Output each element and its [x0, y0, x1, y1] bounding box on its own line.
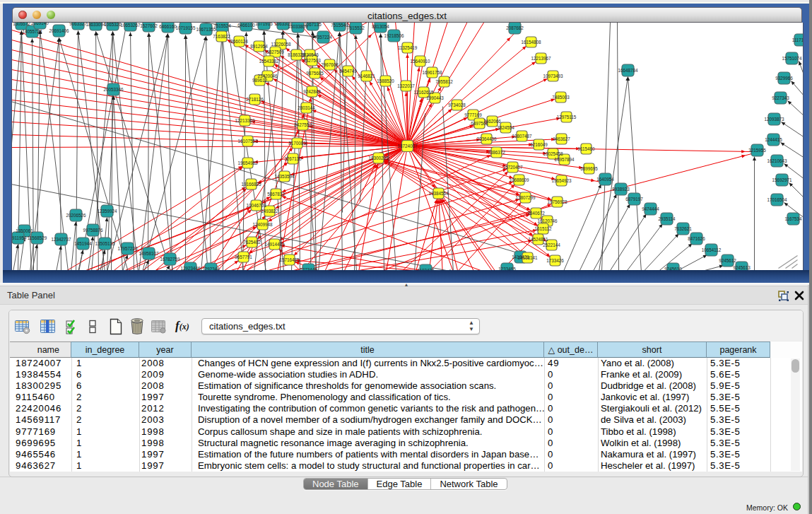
svg-text:13505135: 13505135: [95, 241, 115, 246]
svg-text:15716485: 15716485: [279, 257, 300, 262]
svg-text:6216049: 6216049: [530, 142, 548, 147]
svg-text:8813054: 8813054: [372, 24, 389, 29]
svg-text:2069140: 2069140: [31, 23, 49, 25]
svg-text:6879197: 6879197: [625, 197, 643, 201]
svg-text:6466100: 6466100: [237, 23, 255, 28]
svg-text:9227343: 9227343: [772, 95, 789, 100]
svg-text:1733426: 1733426: [546, 258, 564, 263]
svg-text:1527602: 1527602: [140, 23, 158, 28]
svg-text:8471626: 8471626: [688, 236, 705, 241]
svg-text:8660124: 8660124: [230, 39, 248, 44]
svg-text:15640910: 15640910: [410, 59, 430, 64]
svg-text:16543382: 16543382: [259, 59, 279, 64]
svg-text:16210643: 16210643: [767, 158, 787, 163]
svg-text:1493822: 1493822: [261, 209, 278, 214]
svg-text:1588520: 1588520: [377, 78, 394, 83]
svg-text:11325419: 11325419: [397, 45, 417, 50]
svg-text:1071915: 1071915: [255, 23, 273, 26]
svg-text:15751074: 15751074: [782, 56, 802, 61]
svg-text:18633094: 18633094: [86, 23, 106, 27]
svg-text:2522144: 2522144: [543, 243, 560, 247]
svg-text:19756928: 19756928: [547, 199, 567, 204]
svg-text:9734028: 9734028: [448, 103, 466, 107]
svg-text:9242848: 9242848: [303, 89, 321, 94]
svg-text:12213967: 12213967: [531, 56, 551, 61]
svg-text:20691406: 20691406: [49, 28, 69, 33]
svg-text:12213369: 12213369: [235, 118, 255, 123]
svg-text:5867833: 5867833: [267, 192, 285, 197]
svg-text:8427552: 8427552: [294, 122, 312, 127]
svg-text:13807299: 13807299: [515, 195, 536, 200]
svg-text:8912954: 8912954: [250, 44, 268, 49]
svg-text:10719155: 10719155: [175, 25, 196, 30]
svg-text:12162615: 12162615: [413, 90, 434, 95]
svg-text:14138141: 14138141: [517, 255, 538, 260]
svg-text:7485003: 7485003: [552, 95, 570, 100]
svg-text:7163822: 7163822: [213, 34, 230, 39]
svg-text:2967608: 2967608: [321, 62, 339, 67]
svg-text:8938923: 8938923: [612, 187, 630, 192]
svg-text:989612: 989612: [252, 78, 267, 83]
svg-text:7615532: 7615532: [347, 25, 365, 30]
svg-text:15720407: 15720407: [502, 165, 523, 170]
svg-text:9777169: 9777169: [464, 112, 482, 117]
svg-text:7515524: 7515524: [213, 23, 231, 28]
svg-text:3215955: 3215955: [748, 148, 766, 153]
svg-text:12093873: 12093873: [764, 117, 784, 122]
svg-text:1117102: 1117102: [792, 37, 802, 42]
svg-text:1067135: 1067135: [304, 23, 322, 27]
svg-text:9115460: 9115460: [577, 146, 595, 151]
svg-text:19654982: 19654982: [237, 160, 258, 165]
svg-text:1244415: 1244415: [765, 137, 782, 142]
svg-text:1065326: 1065326: [104, 23, 122, 27]
svg-text:7955812: 7955812: [435, 79, 453, 84]
svg-text:10653267: 10653267: [120, 23, 141, 28]
svg-text:10046708: 10046708: [246, 203, 266, 208]
svg-text:14914479: 14914479: [264, 242, 285, 247]
svg-text:18724007: 18724007: [397, 144, 418, 148]
svg-text:9474444: 9474444: [642, 206, 659, 211]
svg-text:18300295: 18300295: [368, 156, 389, 160]
svg-text:3911954: 3911954: [12, 235, 27, 240]
svg-text:9875685: 9875685: [306, 71, 324, 76]
svg-text:7386372: 7386372: [488, 150, 505, 155]
svg-text:2803144: 2803144: [298, 105, 315, 110]
svg-text:10688609: 10688609: [509, 177, 529, 182]
svg-text:3824554: 3824554: [497, 125, 514, 130]
svg-text:14958107: 14958107: [139, 251, 159, 256]
svg-text:19218506: 19218506: [384, 33, 404, 38]
svg-text:6466160: 6466160: [159, 24, 177, 29]
svg-text:12975115: 12975115: [556, 115, 576, 119]
svg-text:2718126: 2718126: [246, 97, 264, 102]
svg-text:7625402: 7625402: [243, 240, 261, 245]
svg-text:19166825: 19166825: [241, 182, 261, 187]
svg-text:10025458: 10025458: [543, 151, 563, 156]
svg-text:17016504: 17016504: [767, 197, 787, 202]
svg-text:13226058: 13226058: [271, 42, 291, 47]
svg-text:8454749: 8454749: [339, 69, 357, 74]
svg-text:14055724: 14055724: [22, 29, 42, 34]
svg-text:19384554: 19384554: [428, 191, 449, 196]
svg-text:9840672: 9840672: [527, 211, 545, 216]
svg-text:8170081: 8170081: [288, 141, 306, 146]
svg-text:9327503: 9327503: [303, 58, 321, 63]
svg-text:1451944: 1451944: [74, 241, 92, 246]
svg-text:9245612: 9245612: [719, 258, 736, 263]
svg-text:14353594: 14353594: [274, 174, 295, 179]
svg-text:9830546: 9830546: [301, 52, 319, 57]
svg-text:1305572: 1305572: [13, 23, 30, 26]
svg-text:1350061: 1350061: [16, 228, 33, 233]
svg-text:1640954: 1640954: [596, 177, 614, 182]
svg-text:20364436: 20364436: [476, 136, 497, 141]
svg-text:7357224: 7357224: [314, 35, 332, 40]
svg-text:9245613: 9245613: [733, 265, 751, 270]
svg-text:12342737: 12342737: [51, 237, 71, 242]
svg-text:15692971: 15692971: [772, 177, 792, 182]
svg-text:99758876: 99758876: [83, 228, 103, 233]
svg-text:12359924: 12359924: [97, 209, 117, 214]
svg-text:16154808: 16154808: [521, 40, 541, 45]
svg-text:19654923: 19654923: [551, 178, 572, 183]
svg-text:16107553: 16107553: [237, 139, 258, 144]
svg-text:9329966: 9329966: [775, 76, 793, 81]
svg-text:20053346: 20053346: [103, 87, 124, 92]
